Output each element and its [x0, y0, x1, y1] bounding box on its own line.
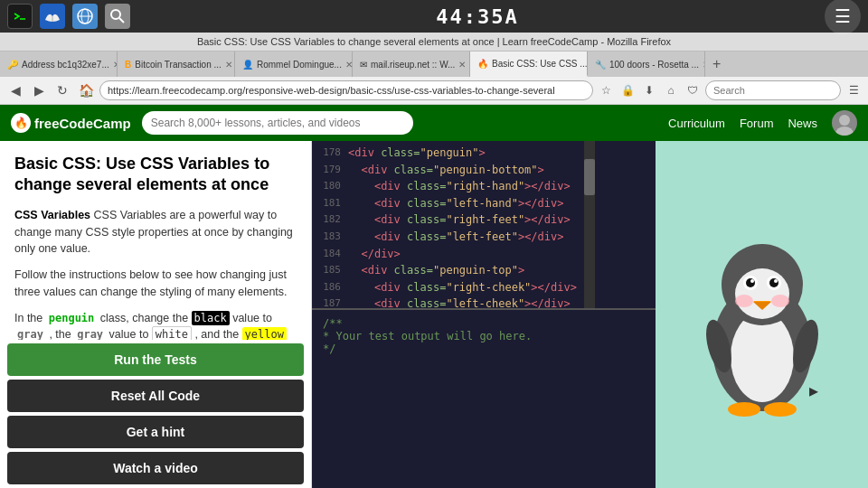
browser-tab-5[interactable]: 🔥 Basic CSS: Use CSS ... ✕	[470, 52, 588, 77]
line-content[interactable]: <div class="penguin-bottom">	[348, 162, 577, 179]
browser-tab-3[interactable]: 👤 Rommel Domingue... ✕	[235, 52, 353, 77]
action-buttons: Run the Tests Reset All Code Get a hint …	[0, 340, 311, 488]
test-output-area: /** * Your test output will go here. */	[312, 308, 656, 488]
code-line[interactable]: 184 </div>	[312, 246, 584, 263]
terminal-icon[interactable]	[7, 4, 33, 29]
line-number: 186	[312, 279, 341, 295]
lock-icon[interactable]: 🔒	[618, 81, 637, 99]
browser-tab-4[interactable]: ✉ mail.riseup.net :: W... ✕	[353, 52, 470, 77]
line-number: 179	[312, 162, 341, 177]
line-content[interactable]: <div class="left-cheek"></div>	[348, 296, 577, 308]
fcc-header: 🔥 freeCodeCamp Curriculum Forum News	[0, 105, 868, 141]
white-value-code: white	[152, 326, 192, 340]
penguin-preview	[672, 203, 853, 429]
code-line[interactable]: 187 <div class="left-cheek"></div>	[312, 296, 584, 308]
os-menu-button[interactable]: ☰	[825, 0, 861, 34]
fcc-logo-icon: 🔥	[11, 113, 31, 133]
main-content: Basic CSS: Use CSS Variables to change s…	[0, 141, 868, 488]
lesson-intro-2: Follow the instructions below to see how…	[14, 267, 297, 301]
svg-point-13	[735, 295, 753, 307]
magnifier-icon[interactable]	[105, 4, 130, 29]
code-line[interactable]: 178<div class="penguin">	[312, 145, 584, 162]
fcc-search-input[interactable]	[142, 111, 413, 135]
bookmark-icon[interactable]: ☆	[597, 81, 615, 99]
editor-scrollbar[interactable]	[584, 141, 595, 308]
fcc-nav-forum[interactable]: Forum	[740, 113, 774, 134]
line-number: 180	[312, 178, 341, 193]
forward-button[interactable]: ▶	[29, 80, 49, 100]
line-content[interactable]: </div>	[348, 246, 577, 263]
get-hint-button[interactable]: Get a hint	[7, 416, 304, 448]
line-number: 183	[312, 229, 341, 244]
output-comment-3: */	[323, 343, 645, 355]
yellow-value-code: yellow	[242, 327, 287, 340]
code-line[interactable]: 181 <div class="left-hand"></div>	[312, 195, 584, 212]
line-content[interactable]: <div class="right-hand"></div>	[348, 178, 577, 195]
svg-point-12	[735, 268, 789, 319]
os-taskbar: 44:35A ☰	[0, 0, 868, 33]
svg-line-6	[119, 18, 124, 23]
editor-scrollbar-thumb[interactable]	[584, 159, 595, 195]
output-comment-2: * Your test output will go here.	[323, 330, 645, 343]
tab-label-2: Bitcoin Transaction ...	[135, 60, 222, 70]
fcc-nav-curriculum[interactable]: Curriculum	[668, 113, 725, 134]
hamburger-icon[interactable]: ☰	[844, 81, 863, 99]
fcc-nav: Curriculum Forum News	[668, 110, 857, 136]
fcc-logo[interactable]: 🔥 freeCodeCamp	[11, 113, 131, 133]
code-line[interactable]: 180 <div class="right-hand"></div>	[312, 178, 584, 195]
code-line[interactable]: 179 <div class="penguin-bottom">	[312, 162, 584, 179]
reset-code-button[interactable]: Reset All Code	[7, 380, 304, 412]
shield-icon[interactable]: 🛡	[684, 81, 702, 99]
code-line[interactable]: 182 <div class="right-feet"></div>	[312, 211, 584, 229]
line-content[interactable]: <div class="left-feet"></div>	[348, 229, 577, 246]
line-content[interactable]: <div class="penguin">	[348, 145, 577, 162]
browser-tab-1[interactable]: 🔑 Address bc1q32xe7... ✕	[0, 52, 118, 77]
home-button[interactable]: 🏠	[76, 80, 96, 100]
browser-tab-6[interactable]: 🔧 100 doors - Rosetta ... ✕	[588, 52, 705, 77]
gray-value-code2: gray	[74, 327, 106, 340]
download-icon[interactable]: ⬇	[640, 81, 658, 99]
tab-favicon-4: ✉	[360, 60, 367, 70]
lesson-instruction: In the penguin class, change the black v…	[14, 310, 297, 340]
fcc-user-avatar[interactable]	[832, 110, 857, 136]
browser-tab-2[interactable]: B Bitcoin Transaction ... ✕	[118, 52, 235, 77]
run-tests-button[interactable]: Run the Tests	[7, 343, 304, 376]
address-bar[interactable]	[99, 80, 593, 100]
new-tab-button[interactable]: +	[705, 56, 728, 72]
svg-point-17	[750, 279, 754, 283]
code-editor[interactable]: 178<div class="penguin">179 <div class="…	[312, 141, 584, 308]
browser-navbar: ◀ ▶ ↻ 🏠 ☆ 🔒 ⬇ ⌂ 🛡 ☰	[0, 77, 868, 105]
tab-label-1: Address bc1q32xe7...	[22, 60, 109, 70]
browser-tabs-bar: 🔑 Address bc1q32xe7... ✕ B Bitcoin Trans…	[0, 52, 868, 77]
svg-point-8	[835, 127, 854, 136]
browser-search-input[interactable]	[705, 80, 841, 100]
reload-button[interactable]: ↻	[52, 80, 72, 100]
svg-point-19	[769, 278, 778, 287]
globe-icon[interactable]	[72, 4, 98, 29]
svg-point-14	[771, 295, 789, 307]
browser-title-bar: Basic CSS: Use CSS Variables to change s…	[0, 33, 868, 52]
black-value-code: black	[192, 311, 230, 325]
back-button[interactable]: ◀	[5, 80, 25, 100]
code-line[interactable]: 185 <div class="penguin-top">	[312, 262, 584, 279]
tab-label-6: 100 doors - Rosetta ...	[609, 60, 699, 70]
shark-icon[interactable]	[40, 4, 65, 29]
line-content[interactable]: <div class="penguin-top">	[348, 262, 577, 279]
code-line[interactable]: 183 <div class="left-feet"></div>	[312, 229, 584, 246]
line-content[interactable]: <div class="left-hand"></div>	[348, 195, 577, 212]
tab-close-4[interactable]: ✕	[458, 60, 466, 70]
home-nav-icon[interactable]: ⌂	[662, 81, 680, 99]
svg-point-20	[774, 279, 778, 283]
tab-close-3[interactable]: ✕	[345, 60, 353, 70]
watch-video-button[interactable]: Watch a video	[7, 452, 304, 484]
tab-favicon-5: 🔥	[477, 59, 488, 69]
fcc-nav-news[interactable]: News	[788, 113, 817, 134]
code-line[interactable]: 186 <div class="right-cheek"></div>	[312, 279, 584, 296]
line-content[interactable]: <div class="right-feet"></div>	[348, 211, 577, 229]
line-number: 184	[312, 246, 341, 261]
clock-display: 44:35A	[436, 5, 518, 28]
tab-label-5: Basic CSS: Use CSS ...	[492, 59, 588, 69]
tab-close-2[interactable]: ✕	[225, 60, 232, 70]
line-content[interactable]: <div class="right-cheek"></div>	[348, 279, 577, 296]
svg-point-16	[746, 278, 755, 287]
